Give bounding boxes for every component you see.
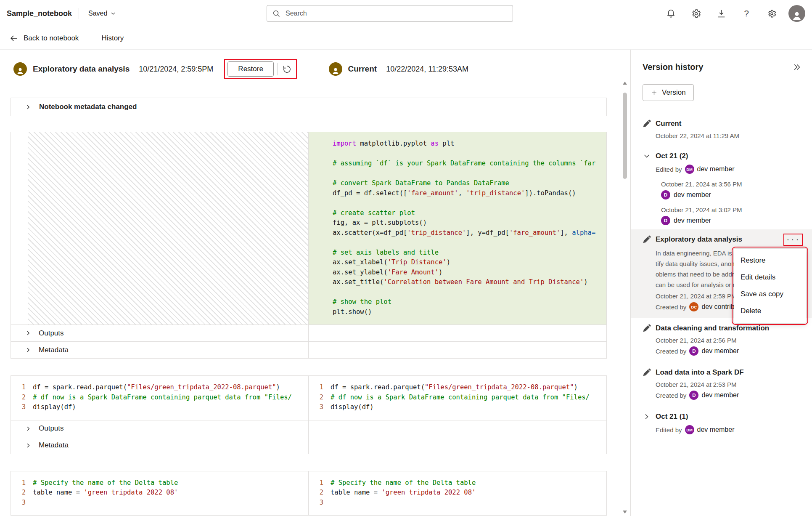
version-group: Oct 21 (1)Edited byDMdev member — [631, 407, 812, 439]
version-date: October 22, 2024 at 11:29 AM — [656, 132, 806, 139]
notebook-title[interactable]: Sample_notebook — [7, 9, 72, 18]
avatar-d: D — [689, 391, 698, 400]
help-button[interactable]: ? — [738, 5, 755, 22]
right-version-timestamp: 10/22/2024, 11:29:53AM — [386, 65, 468, 74]
version-item[interactable]: Exploratory data analysis· · ·In data en… — [631, 229, 812, 318]
menu-item-delete[interactable]: Delete — [734, 303, 806, 319]
line-number: 3 — [309, 402, 331, 412]
code-line: 3display(df) — [11, 402, 308, 412]
version-date: October 21, 2024 at 2:56 PM — [656, 337, 806, 344]
version-author-line: Created byDdev member — [656, 346, 806, 356]
left-version-title: Exploratory data analysis — [33, 64, 130, 74]
back-to-notebook-label: Back to notebook — [24, 34, 79, 43]
collapse-panel-button[interactable] — [789, 60, 804, 74]
new-version-button[interactable]: Version — [643, 84, 694, 101]
compare-main: Exploratory data analysis 10/21/2024, 2:… — [0, 50, 630, 516]
version-entry-author: Ddev member — [661, 190, 806, 199]
code-block: import matplotlib.pyplot as plt# assumin… — [309, 132, 606, 324]
double-chevron-right-icon — [792, 63, 801, 72]
code-line — [309, 287, 606, 298]
gear-icon — [691, 8, 701, 19]
line-number: 3 — [309, 498, 331, 508]
cells-container: import matplotlib.pyplot as plt# assumin… — [11, 132, 607, 516]
person-icon — [791, 9, 803, 22]
cell-left-pane: 1df = spark.read.parquet("Files/green_tr… — [11, 376, 309, 420]
scroll-down-arrow[interactable] — [623, 511, 627, 513]
left-version-timestamp: 10/21/2024, 2:59:5PM — [139, 65, 213, 74]
cell-right-pane: 1# Specify the name of the Delta table2t… — [309, 471, 606, 516]
version-author-line: Edited byDMdev member — [656, 165, 806, 174]
download-button[interactable] — [713, 5, 730, 22]
section-toggle-outputs[interactable]: Outputs — [11, 325, 309, 341]
menu-item-restore[interactable]: Restore — [734, 252, 806, 269]
version-item[interactable]: Load data into a Spark DFOctober 21, 202… — [631, 362, 812, 407]
line-number: 3 — [11, 402, 33, 412]
scrollbar-thumb[interactable] — [623, 93, 627, 179]
version-item-label: Data cleaning and transformation — [656, 324, 769, 332]
scroll-up-arrow[interactable] — [623, 82, 627, 85]
cell-right-pane: import matplotlib.pyplot as plt# assumin… — [309, 132, 606, 324]
section-toggle-outputs[interactable]: Outputs — [11, 420, 309, 437]
version-group-label: Oct 21 (2) — [656, 152, 688, 160]
notifications-button[interactable] — [662, 5, 679, 22]
line-number: 2 — [309, 488, 331, 498]
code-line: 2# df now is a Spark DataFrame containin… — [309, 393, 606, 403]
restore-button[interactable]: Restore — [227, 61, 274, 77]
code-line: 1# Specify the name of the Delta table — [11, 478, 308, 488]
search-icon — [272, 9, 280, 18]
code-line: ax.scatter(x=df_pd['trip_distance'], y=d… — [309, 228, 606, 238]
code-block: 1df = spark.read.parquet("Files/green_tr… — [309, 376, 606, 420]
code-block: 1# Specify the name of the Delta table2t… — [11, 471, 308, 516]
chevron-right-icon — [25, 347, 32, 353]
version-list: CurrentOctober 22, 2024 at 11:29 AMOct 2… — [631, 114, 812, 439]
avatar-d: D — [689, 346, 698, 356]
metadata-banner-label: Notebook metadata changed — [39, 103, 137, 111]
version-entry-date[interactable]: October 21, 2024 at 3:56 PM — [661, 181, 806, 188]
menu-item-edit-details[interactable]: Edit details — [734, 269, 806, 286]
compare-header: Exploratory data analysis 10/21/2024, 2:… — [0, 50, 630, 79]
help-icon: ? — [744, 8, 749, 19]
more-options-button[interactable]: · · · — [785, 235, 801, 244]
user-avatar[interactable] — [788, 5, 805, 22]
avatar-d: D — [661, 216, 670, 225]
line-number: 2 — [11, 393, 33, 403]
avatar-dm: DM — [685, 425, 694, 434]
chevron-right-icon — [643, 412, 651, 421]
search-input[interactable] — [285, 9, 508, 18]
admin-settings-button[interactable] — [763, 5, 780, 22]
code-cell-scatter-plot-diff: import matplotlib.pyplot as plt# assumin… — [11, 132, 607, 359]
section-toggle-metadata[interactable]: Metadata — [11, 342, 309, 358]
code-line: # set axis labels and title — [309, 248, 606, 258]
version-group-header[interactable]: Oct 21 (2) — [643, 150, 806, 162]
settings-button[interactable] — [688, 5, 704, 22]
code-line: 1# Specify the name of the Delta table — [309, 478, 606, 488]
search-box[interactable] — [267, 5, 513, 22]
back-to-notebook-button[interactable]: Back to notebook — [8, 32, 79, 45]
restore-options-button[interactable] — [281, 63, 294, 75]
compare-right-header: Current 10/22/2024, 11:29:53AM — [315, 59, 631, 79]
diff-document: Notebook metadata changed import matplot… — [11, 98, 607, 516]
tab-history[interactable]: History — [99, 32, 126, 44]
line-number: 3 — [11, 498, 33, 508]
avatar-d: D — [661, 190, 670, 199]
version-item[interactable]: CurrentOctober 22, 2024 at 11:29 AM — [631, 114, 812, 146]
code-line — [309, 149, 606, 159]
avatar-dm: DM — [685, 165, 694, 174]
version-entry-date[interactable]: October 21, 2024 at 3:02 PM — [661, 206, 806, 213]
menu-item-save-as-copy[interactable]: Save as copy — [734, 286, 806, 303]
version-group-header[interactable]: Oct 21 (1) — [643, 411, 806, 423]
save-status-dropdown[interactable]: Saved — [86, 8, 119, 19]
vertical-scrollbar[interactable] — [622, 82, 628, 513]
section-toggle-metadata[interactable]: Metadata — [11, 437, 309, 454]
code-line: df_pd = df.select(['fare_amount', 'trip_… — [309, 189, 606, 199]
section-label: Metadata — [39, 441, 69, 450]
metadata-changed-banner[interactable]: Notebook metadata changed — [11, 98, 607, 116]
version-item[interactable]: Data cleaning and transformationOctober … — [631, 318, 812, 362]
pencil-icon — [643, 324, 651, 332]
restore-annotation-box: Restore — [224, 59, 297, 79]
version-author-avatar — [329, 62, 342, 76]
chevron-right-icon — [25, 104, 32, 110]
back-arrow-icon — [9, 34, 19, 43]
line-number: 2 — [11, 488, 33, 498]
code-line: # create scatter plot — [309, 208, 606, 218]
